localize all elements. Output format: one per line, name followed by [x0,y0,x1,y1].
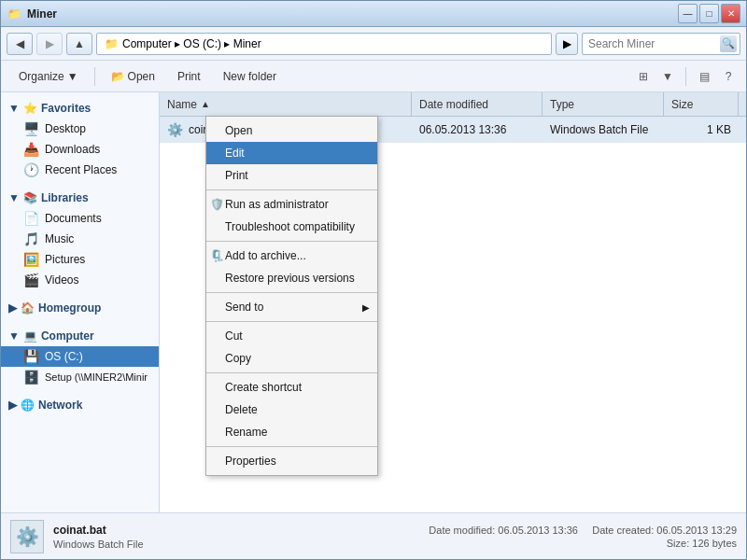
ctx-sep-5 [206,372,377,373]
status-filename: coinat.bat [53,524,144,537]
address-go-button[interactable]: ▶ [556,33,578,55]
os-c-label: OS (C:) [45,350,83,363]
close-button[interactable]: ✕ [721,4,740,23]
ctx-archive-label: Add to archive... [225,249,306,262]
ctx-rename[interactable]: Rename [206,421,377,443]
music-icon: 🎵 [23,231,39,246]
open-button[interactable]: 📂 Open [101,65,165,88]
sidebar-sep-3 [1,318,159,326]
organize-button[interactable]: Organize ▼ [8,65,89,88]
status-date-modified: Date modified: 06.05.2013 13:36 Date cre… [429,525,737,536]
sidebar-item-recent-places[interactable]: 🕐 Recent Places [1,160,159,180]
ctx-open-label: Open [225,124,252,137]
sidebar-sep-2 [1,290,159,298]
ctx-edit-label: Edit [225,147,245,160]
ctx-print[interactable]: Print [206,164,377,187]
ctx-cut[interactable]: Cut [206,325,377,347]
sidebar-section-network[interactable]: ▶ 🌐 Network [1,395,159,415]
ctx-send-to[interactable]: Send to [206,296,377,318]
ctx-copy-label: Copy [225,352,251,365]
network-expand-icon: ▶ [8,399,17,412]
ctx-shortcut-label: Create shortcut [225,381,302,394]
minimize-button[interactable]: — [678,4,698,23]
window-title: Miner [27,7,678,21]
open-icon: 📂 [111,70,125,83]
sidebar-section-favorites[interactable]: ▼ ⭐ Favorites [1,98,159,119]
back-button[interactable]: ◀ [7,33,33,55]
up-button[interactable]: ▲ [66,33,92,55]
documents-label: Documents [45,212,102,225]
sidebar-item-setup[interactable]: 🗄️ Setup (\\MINER2\Minir [1,367,159,387]
sidebar: ▼ ⭐ Favorites 🖥️ Desktop 📥 Downloads 🕐 R… [1,92,160,512]
file-list-header: Name ▲ Date modified Type Size [160,92,746,117]
favorites-star-icon: ⭐ [23,102,37,115]
videos-icon: 🎬 [23,273,39,287]
sidebar-item-desktop[interactable]: 🖥️ Desktop [1,119,159,139]
ctx-properties[interactable]: Properties [206,450,377,472]
search-button[interactable]: 🔍 [720,35,737,52]
sidebar-section-libraries[interactable]: ▼ 📚 Libraries [1,188,159,208]
status-thumbnail: ⚙️ [10,520,44,553]
libraries-label: Libraries [41,191,89,204]
status-right: Date modified: 06.05.2013 13:36 Date cre… [429,525,737,549]
archive-icon: 🗜️ [210,249,224,262]
ctx-open[interactable]: Open [206,119,377,142]
ctx-sep-4 [206,321,377,322]
ctx-create-shortcut[interactable]: Create shortcut [206,376,377,399]
sort-asc-icon: ▲ [201,99,210,109]
status-filetype: Windows Batch File [53,539,144,550]
ctx-sep-3 [206,292,377,293]
sidebar-item-music[interactable]: 🎵 Music [1,229,159,249]
sidebar-section-homegroup[interactable]: ▶ 🏠 Homegroup [1,298,159,318]
sidebar-section-computer[interactable]: ▼ 💻 Computer [1,326,159,346]
folder-icon: 📁 [105,37,119,50]
music-label: Music [45,232,74,245]
sidebar-item-documents[interactable]: 📄 Documents [1,208,159,229]
ctx-delete[interactable]: Delete [206,399,377,421]
column-header-size[interactable]: Size [664,92,739,116]
ctx-run-as-admin[interactable]: 🛡️ Run as administrator [206,193,377,216]
forward-button[interactable]: ▶ [36,33,63,55]
ctx-sep-6 [206,446,377,447]
new-folder-button[interactable]: New folder [213,65,287,88]
col-date-label: Date modified [419,98,488,111]
maximize-button[interactable]: □ [699,4,719,23]
sidebar-item-downloads[interactable]: 📥 Downloads [1,139,159,160]
organize-label: Organize [19,70,64,83]
column-header-date[interactable]: Date modified [412,92,543,116]
ctx-sep-2 [206,241,377,242]
col-type-label: Type [550,98,574,111]
views-button[interactable]: ⊞ [633,66,654,87]
status-size: Size: 126 bytes [667,538,737,549]
views-dropdown[interactable]: ▼ [657,66,678,87]
ctx-troubleshoot[interactable]: Troubleshoot compatibility [206,216,377,238]
pictures-icon: 🖼️ [23,252,39,267]
downloads-icon: 📥 [23,142,39,157]
help-button[interactable]: ? [718,66,739,87]
column-header-name[interactable]: Name ▲ [160,92,412,116]
toolbar-sep-2 [685,67,686,86]
address-path[interactable]: 📁 Computer ▸ OS (C:) ▸ Miner [96,33,552,55]
column-header-type[interactable]: Type [543,92,664,116]
sidebar-item-os-c[interactable]: 💾 OS (C:) [1,346,159,367]
ctx-add-archive[interactable]: 🗜️ Add to archive... [206,245,377,267]
sidebar-item-videos[interactable]: 🎬 Videos [1,270,159,290]
status-bar: ⚙️ coinat.bat Windows Batch File Date mo… [1,512,746,559]
ctx-properties-label: Properties [225,455,276,468]
ctx-edit[interactable]: Edit [206,142,377,164]
search-input[interactable] [582,33,740,55]
batch-file-icon: ⚙️ [167,122,183,137]
ctx-copy[interactable]: Copy [206,347,377,370]
print-button[interactable]: Print [167,65,211,88]
homegroup-expand-icon: ▶ [8,301,17,315]
recent-places-label: Recent Places [45,163,117,176]
sidebar-item-pictures[interactable]: 🖼️ Pictures [1,249,159,270]
ctx-rename-label: Rename [225,426,267,439]
file-cell-size: 1 KB [664,117,739,143]
videos-label: Videos [45,273,78,287]
ctx-sendto-label: Send to [225,301,263,314]
desktop-label: Desktop [45,122,86,135]
new-folder-label: New folder [223,70,276,83]
ctx-restore[interactable]: Restore previous versions [206,267,377,289]
preview-pane-button[interactable]: ▤ [694,66,714,87]
